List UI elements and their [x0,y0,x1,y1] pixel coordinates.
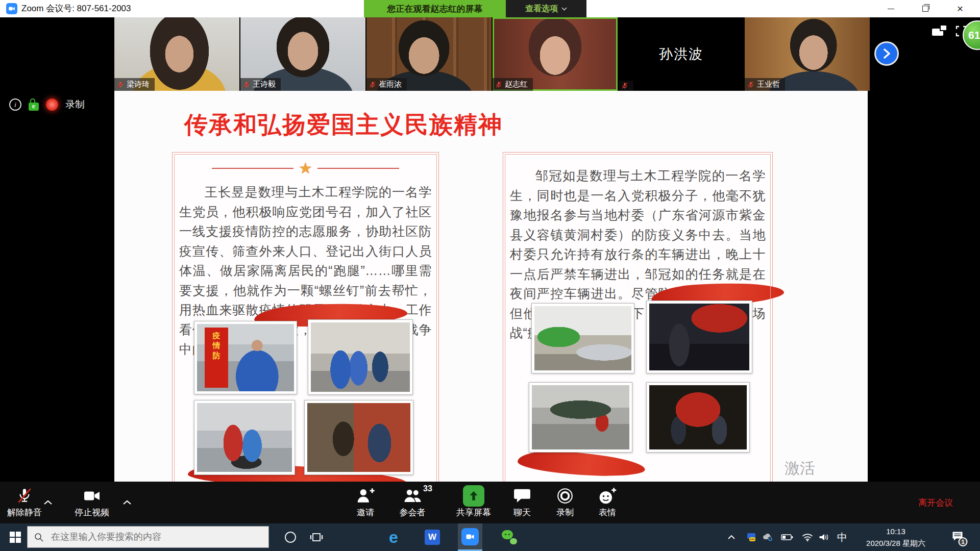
participant-tile[interactable]: 王业哲 [745,17,870,91]
edge-icon: e [389,529,398,545]
photo-night-sign [649,385,747,449]
photo-indoor-registration [307,403,410,472]
tray-app-icon [746,532,756,542]
participant-name-chip: 赵志红 [493,78,533,91]
star-divider-decoration: ★ [173,161,438,176]
window-title: Zoom 会议号: 807-561-2003 [21,0,131,17]
tray-battery-button[interactable] [781,534,793,541]
hidden-participants-count: 61 [968,29,980,41]
close-icon: ✕ [957,4,963,14]
slide-title: 传承和弘扬爱国主义民族精神 [184,109,503,141]
muted-mic-icon [369,81,376,88]
video-options-chevron[interactable] [122,500,132,505]
next-participants-button[interactable] [874,41,899,66]
slide-photo [194,400,295,475]
star-icon: ★ [299,161,312,176]
leave-meeting-button[interactable]: 离开会议 [918,497,953,509]
taskbar-edge-button[interactable]: e [389,529,398,545]
cortana-button[interactable] [285,532,296,543]
reactions-button[interactable]: 表情 [598,486,617,518]
meeting-status-bar: i E 录制 [9,98,85,111]
taskbar-clock[interactable]: 10:13 2020/3/28 星期六 [855,525,937,549]
record-label: 录制 [556,507,574,518]
tray-wifi-button[interactable] [802,533,813,542]
search-icon [34,532,44,542]
participants-button[interactable]: 33 参会者 [400,486,426,518]
share-screen-icon [463,485,484,507]
notification-center-button[interactable]: 1 [952,531,964,543]
tray-expand-button[interactable] [727,535,736,540]
encryption-lock-icon: E [29,103,39,111]
restore-button[interactable] [908,0,943,17]
participant-tile[interactable]: 崔雨浓 [366,17,492,91]
participant-tile[interactable]: 王诗毅 [240,17,365,91]
slide-photo [646,300,752,373]
search-input[interactable] [50,531,256,543]
battery-icon [781,534,793,541]
watermark-line1: 激活 Windows [785,458,868,482]
zoom-logo-icon [6,3,17,14]
participant-tile[interactable]: 梁诗琦 [114,17,239,91]
video-camera-icon [83,488,101,504]
task-view-button[interactable] [310,531,323,543]
zoom-app-window: Zoom 会议号: 807-561-2003 您正在观看赵志红的屏幕 查看选项 … [0,0,980,551]
video-strip: 梁诗琦 王诗毅 崔雨浓 赵志红 [0,17,980,91]
minimize-icon [888,9,894,9]
taskbar-zoom-button-active[interactable] [458,523,482,551]
tray-volume-button[interactable] [819,533,829,542]
muted-mic-icon [117,81,124,88]
wechat-icon [502,530,517,544]
meeting-info-icon[interactable]: i [9,98,21,111]
photo-red-banner: 疫情防 [205,328,228,388]
cortana-icon [285,532,296,543]
participant-tiles: 梁诗琦 王诗毅 崔雨浓 赵志红 [114,17,870,91]
chevron-up-icon [727,535,736,540]
muted-mic-icon [243,81,250,88]
minimize-button[interactable] [873,0,908,17]
taskbar-wps-button[interactable]: W [425,530,440,545]
slide-photo [646,382,750,453]
wifi-icon [802,533,813,542]
participant-tile-video-off[interactable]: 孙洪波 [619,17,744,91]
wps-icon: W [425,530,440,545]
slide-photo: 疫情防 [194,321,297,394]
muted-mic-icon [495,81,502,88]
participant-name: 赵志红 [505,80,528,89]
windows-logo-icon [10,532,21,543]
layout-view-icon[interactable] [932,26,946,36]
participant-name-chip: 梁诗琦 [114,78,155,91]
speaker-icon [819,533,829,542]
photo-street-volunteers [311,322,410,392]
taskbar-wechat-button[interactable] [502,530,517,544]
chat-label: 聊天 [513,507,531,518]
invite-button[interactable]: 邀请 [356,486,375,518]
tray-app-button[interactable] [746,532,756,542]
stop-video-button[interactable]: 停止视频 [75,486,109,518]
mute-options-chevron[interactable] [43,500,53,505]
record-button[interactable]: 录制 [556,486,574,518]
close-button[interactable]: ✕ [943,0,977,17]
slide-right-card: 邹冠如是数理与土木工程学院的一名学生，同时也是一名入党积极分子，他毫不犹豫地报名… [503,152,773,482]
recording-indicator-label: 录制 [65,98,85,111]
taskbar-search[interactable] [27,526,269,548]
start-button[interactable] [10,532,21,543]
tray-ime-button[interactable]: 中 [837,531,847,544]
participants-icon [402,487,423,505]
photo-night-flag [649,304,749,370]
invite-person-icon [356,487,375,505]
participant-name: 王业哲 [757,80,780,89]
zoom-app-icon [461,528,479,545]
windows-taskbar: e W 中 [0,523,980,551]
unmute-button[interactable]: 解除静音 [7,486,42,518]
tray-cloud-sync-button[interactable] [762,533,773,542]
share-screen-button[interactable]: 共享屏幕 [456,486,491,518]
chat-bubble-icon [513,488,531,504]
task-view-icon [310,531,323,543]
participant-tile-presenter[interactable]: 赵志红 [493,17,618,91]
view-options-button[interactable]: 查看选项 [506,0,586,17]
notification-count-badge: 1 [959,537,968,546]
participant-name-chip: 王诗毅 [240,78,281,91]
muted-mic-icon [16,487,33,505]
title-bar: Zoom 会议号: 807-561-2003 您正在观看赵志红的屏幕 查看选项 … [0,0,980,17]
chat-button[interactable]: 聊天 [513,486,531,518]
